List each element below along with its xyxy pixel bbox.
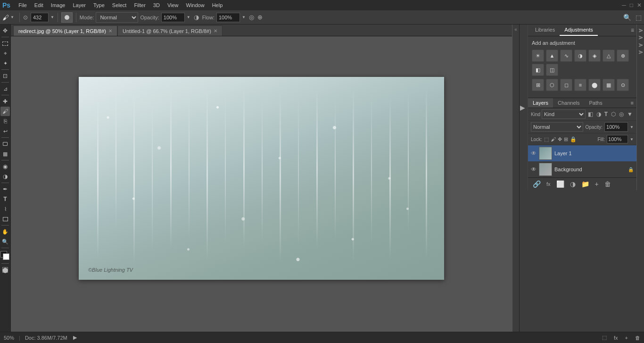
- layer-mask-btn[interactable]: ⬜: [554, 179, 566, 189]
- brush-preview[interactable]: [61, 12, 73, 23]
- menu-view[interactable]: View: [164, 1, 182, 9]
- side-icon-3[interactable]: A: [637, 42, 644, 49]
- layer-fx-btn[interactable]: fx: [545, 180, 553, 188]
- tab-untitled-close[interactable]: ✕: [214, 28, 217, 33]
- levels-adj[interactable]: ▲: [546, 50, 558, 62]
- mode-dropdown[interactable]: Normal: [96, 12, 138, 23]
- maximize-btn[interactable]: □: [630, 2, 633, 8]
- gradient-map-adj[interactable]: ▦: [603, 79, 615, 91]
- minimize-btn[interactable]: ─: [622, 2, 626, 8]
- history-brush-tool[interactable]: ↩: [0, 126, 10, 136]
- smoothing-icon[interactable]: ◎: [249, 14, 254, 21]
- tab-libraries[interactable]: Libraries: [530, 25, 560, 36]
- edit-mode-toggle[interactable]: ⬤: [0, 265, 10, 275]
- new-adjustment-btn[interactable]: ◑: [568, 179, 578, 189]
- menu-help[interactable]: Help: [209, 1, 226, 9]
- panel-options-btn[interactable]: ≡: [631, 27, 634, 33]
- crop-tool[interactable]: ⊡: [0, 71, 10, 81]
- menu-edit[interactable]: Edit: [31, 1, 47, 9]
- tool-preset-arrow[interactable]: ▼: [10, 15, 14, 19]
- background-visibility-toggle[interactable]: 👁: [531, 166, 537, 173]
- side-icon-4[interactable]: A: [637, 49, 644, 56]
- menu-3d[interactable]: 3D: [150, 1, 163, 9]
- invert-adj[interactable]: ◻: [560, 79, 572, 91]
- lock-transparent-btn[interactable]: ⬚: [544, 136, 549, 142]
- exposure-adj[interactable]: ◑: [574, 50, 586, 62]
- path-select-tool[interactable]: ⌇: [0, 204, 10, 214]
- kind-type-icon[interactable]: T: [603, 110, 609, 118]
- layer-link-btn[interactable]: 🔗: [531, 179, 543, 189]
- kind-shape-icon[interactable]: ⬡: [610, 110, 617, 118]
- tab-layers[interactable]: Layers: [528, 98, 553, 108]
- spot-heal-tool[interactable]: ✚: [0, 97, 10, 106]
- brush-tool[interactable]: 🖌: [0, 107, 10, 116]
- posterize-adj[interactable]: ≡: [574, 79, 586, 91]
- hsl-adj[interactable]: △: [603, 50, 615, 62]
- bw-adj[interactable]: ◧: [532, 64, 544, 76]
- hand-tool[interactable]: ✋: [0, 227, 10, 236]
- lock-all-btn[interactable]: 🔒: [570, 136, 577, 142]
- kind-dropdown[interactable]: Kind: [542, 109, 586, 119]
- brush-size-input[interactable]: [31, 13, 49, 22]
- menu-type[interactable]: Type: [90, 1, 108, 9]
- channel-mix-adj[interactable]: ⊞: [532, 79, 544, 91]
- flow-arrow[interactable]: ▼: [242, 15, 246, 19]
- threshold-adj[interactable]: ⬤: [588, 79, 601, 91]
- lasso-tool[interactable]: ⌖: [0, 49, 10, 58]
- rect-marquee-tool[interactable]: [0, 39, 10, 48]
- lock-image-btn[interactable]: 🖌: [551, 136, 556, 142]
- bottom-fx-label[interactable]: fx: [614, 335, 618, 341]
- new-group-btn[interactable]: 📁: [579, 179, 591, 189]
- blend-mode-dropdown[interactable]: Normal: [531, 122, 583, 132]
- eyedropper-tool[interactable]: ⊿: [0, 84, 10, 93]
- menu-select[interactable]: Select: [109, 1, 130, 9]
- color-balance-adj[interactable]: ⊕: [617, 50, 629, 62]
- doc-info-arrow[interactable]: ▶: [73, 335, 77, 341]
- selective-color-adj[interactable]: ⊙: [617, 79, 629, 91]
- quick-select-tool[interactable]: ✦: [0, 59, 10, 68]
- menu-layer[interactable]: Layer: [69, 1, 89, 9]
- kind-adj-icon[interactable]: ◑: [595, 110, 602, 118]
- new-layer-btn[interactable]: +: [593, 179, 601, 189]
- pen-tool[interactable]: ✒: [0, 184, 10, 194]
- menu-file[interactable]: File: [15, 1, 30, 9]
- color-picker[interactable]: [0, 251, 10, 260]
- kind-filter-icon[interactable]: ▼: [626, 110, 634, 118]
- opacity-input[interactable]: [604, 122, 628, 132]
- zoom-tool[interactable]: 🔍: [0, 237, 10, 246]
- move-tool[interactable]: ✥: [0, 26, 10, 35]
- layer1-visibility-toggle[interactable]: 👁: [531, 150, 537, 157]
- opacity-arrow[interactable]: ▼: [187, 15, 190, 19]
- tab-channels[interactable]: Channels: [553, 98, 584, 108]
- tab-paths[interactable]: Paths: [585, 98, 607, 108]
- side-icon-1[interactable]: A: [637, 27, 644, 34]
- curves-adj[interactable]: ∿: [560, 50, 572, 62]
- tab-redirect-close[interactable]: ✕: [108, 28, 112, 33]
- symmetry-icon[interactable]: ⊕: [257, 14, 263, 21]
- photo-filter-adj[interactable]: ◫: [546, 64, 558, 76]
- panel-play-btn[interactable]: ▶: [520, 104, 525, 111]
- fill-arrow[interactable]: ▼: [630, 137, 634, 142]
- airbrush-toggle[interactable]: ◑: [194, 14, 199, 21]
- side-icon-2[interactable]: A: [637, 34, 644, 41]
- gradient-tool[interactable]: ▦: [0, 149, 10, 159]
- tab-adjustments[interactable]: Adjustments: [560, 25, 598, 36]
- bottom-new-layer-icon[interactable]: +: [625, 335, 628, 341]
- brightness-contrast-adj[interactable]: ☀: [532, 50, 544, 62]
- shape-tool[interactable]: [0, 214, 10, 224]
- lock-position-btn[interactable]: ✥: [558, 136, 562, 142]
- dodge-tool[interactable]: ◑: [0, 172, 10, 181]
- color-lookup-adj[interactable]: ⬡: [546, 79, 558, 91]
- vibrance-adj[interactable]: ◈: [588, 50, 601, 62]
- layer-item-background[interactable]: 👁 Background 🔒: [528, 161, 636, 177]
- bottom-arrange-icon[interactable]: ⬚: [602, 335, 607, 341]
- layer-item-layer1[interactable]: 👁 Layer 1: [528, 145, 636, 161]
- menu-image[interactable]: Image: [48, 1, 69, 9]
- clone-stamp-tool[interactable]: ⎘: [0, 117, 10, 126]
- close-btn[interactable]: ✕: [637, 2, 642, 8]
- bottom-delete-icon[interactable]: 🗑: [635, 335, 640, 341]
- blur-tool[interactable]: ◉: [0, 162, 10, 171]
- fill-input[interactable]: [607, 135, 628, 143]
- type-tool[interactable]: T: [0, 194, 10, 204]
- kind-smart-icon[interactable]: ◎: [618, 110, 625, 118]
